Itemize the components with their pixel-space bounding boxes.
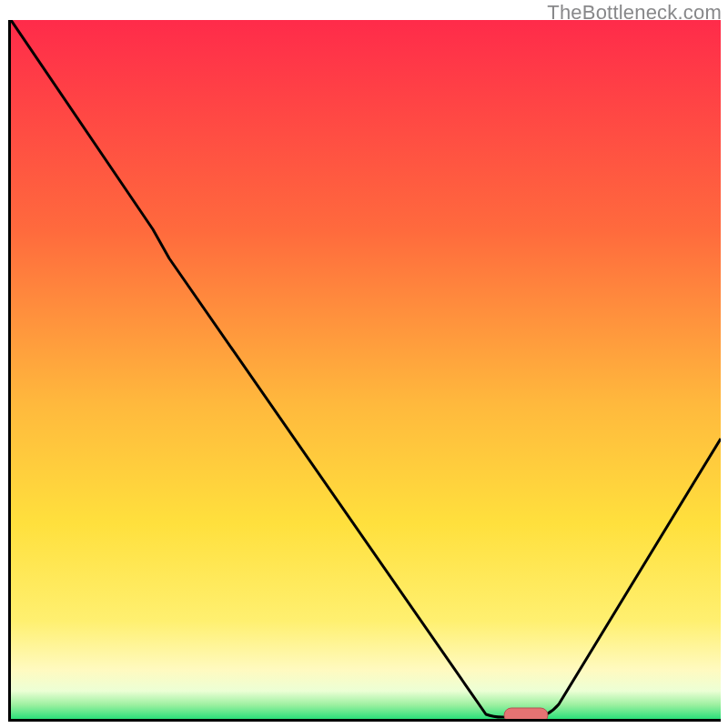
optimal-marker — [504, 708, 548, 719]
chart-frame — [8, 20, 721, 722]
watermark-text: TheBottleneck.com — [547, 1, 722, 25]
chart-svg — [11, 20, 721, 719]
